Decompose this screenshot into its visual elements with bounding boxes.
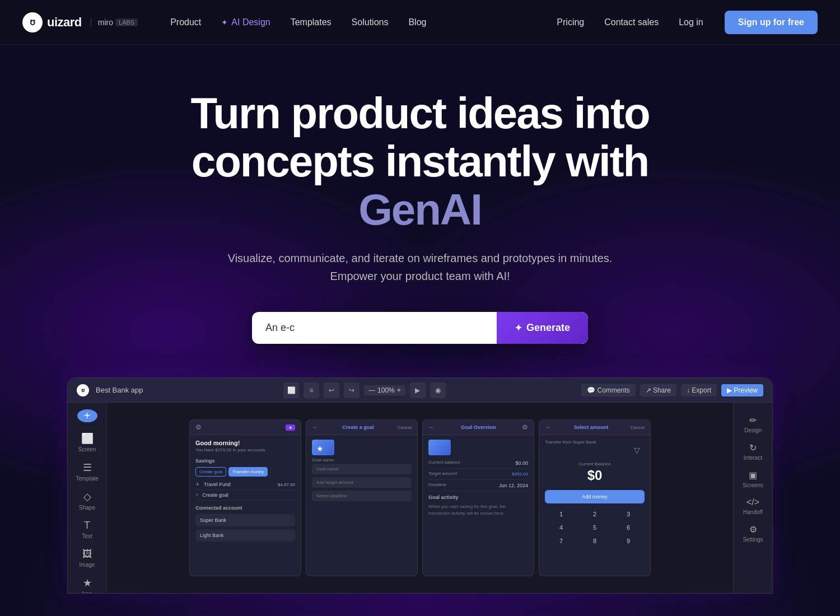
- num-8[interactable]: 8: [578, 535, 611, 547]
- screen-goal-body: ★ Goal name Goal name Add target amount …: [306, 435, 417, 508]
- topbar-undo-icon[interactable]: ↩: [324, 382, 339, 398]
- goal-amount-input[interactable]: Add target amount: [312, 477, 412, 488]
- goal-deadline-input[interactable]: Select deadline: [312, 491, 412, 501]
- nav-ai-design[interactable]: ✦ AI Design: [213, 13, 278, 32]
- screen-home[interactable]: ⚙ ● Good morning! You have $378.00 in yo…: [189, 419, 301, 576]
- screen-create-goal[interactable]: ← Create a goal Cancel ★ Goal name Goal …: [306, 419, 418, 576]
- screen-amount-body: Transfer from Super Bank ▽ Current Balan…: [539, 435, 650, 552]
- text-icon: T: [84, 520, 90, 531]
- num-5[interactable]: 5: [578, 521, 611, 534]
- sidebar-shape[interactable]: ◇ Shape: [71, 487, 104, 514]
- topbar-layers-icon[interactable]: ≡: [304, 382, 319, 398]
- deadline-row: Deadline Jun 12, 2024: [428, 480, 528, 491]
- interact-icon: ↻: [749, 442, 757, 453]
- create-goal-item[interactable]: + Create goal: [195, 490, 295, 501]
- screen-select-amount[interactable]: ← Select amount Cancel Transfer from Sup…: [539, 419, 651, 576]
- nav-pricing[interactable]: Pricing: [549, 13, 592, 32]
- app-right-panel: ✏ Design ↻ Interact ▣ Screens </> Handof…: [733, 403, 772, 593]
- goal-cancel[interactable]: Cancel: [398, 425, 412, 430]
- amount-cancel[interactable]: Cancel: [631, 425, 645, 430]
- home-back-icon: ⚙: [195, 423, 202, 431]
- sidebar-image[interactable]: 🖼 Image: [71, 545, 104, 571]
- balance-amount: $0: [545, 468, 645, 483]
- target-row: Target amount $950.00: [428, 469, 528, 480]
- ai-star-icon: ✦: [221, 18, 228, 27]
- template-label: Template: [76, 475, 99, 482]
- zoom-minus[interactable]: —: [368, 386, 375, 394]
- zoom-controls[interactable]: — 100% +: [364, 385, 405, 395]
- rp-screens[interactable]: ▣ Screens: [736, 466, 771, 492]
- export-button[interactable]: ↓ Export: [681, 384, 717, 396]
- num-1[interactable]: 1: [545, 508, 577, 520]
- current-balance-label: Current Balance: [545, 461, 645, 466]
- template-icon: ☰: [83, 461, 92, 474]
- signup-button[interactable]: Sign up for free: [725, 11, 818, 34]
- topbar-frame-icon[interactable]: ⬜: [283, 382, 299, 398]
- login-button[interactable]: Log in: [671, 13, 711, 32]
- comments-button[interactable]: 💬 Comments: [581, 384, 635, 396]
- rp-interact[interactable]: ↻ Interact: [736, 439, 771, 464]
- zoom-plus[interactable]: +: [397, 386, 401, 394]
- num-3[interactable]: 3: [612, 508, 645, 520]
- hero-prompt-input[interactable]: [252, 312, 497, 344]
- rp-settings[interactable]: ⚙ Settings: [736, 521, 771, 546]
- goal-name-input[interactable]: Goal name: [312, 464, 412, 474]
- settings-label: Settings: [743, 536, 763, 543]
- topbar-record-icon[interactable]: ◉: [430, 382, 446, 398]
- activity-label: Goal activity: [428, 494, 528, 500]
- rp-handoff[interactable]: </> Handoff: [736, 494, 771, 519]
- num-9[interactable]: 9: [612, 535, 645, 547]
- design-icon: ✏: [749, 415, 757, 426]
- filter-icon[interactable]: ▽: [634, 446, 640, 455]
- super-bank-card: Super Bank: [195, 514, 295, 526]
- topbar-redo-icon[interactable]: ↪: [344, 382, 360, 398]
- num-2[interactable]: 2: [578, 508, 611, 520]
- hero-title-highlight: GenAI: [358, 185, 482, 234]
- interact-label: Interact: [744, 455, 762, 461]
- sidebar-template[interactable]: ☰ Template: [71, 458, 104, 485]
- preview-button[interactable]: ▶ Preview: [721, 384, 763, 396]
- screen-goal-header: ← Create a goal Cancel: [306, 420, 417, 435]
- travel-fund-item: ✈ Travel Fund $4,97.00: [195, 479, 295, 490]
- share-button[interactable]: ↗ Share: [640, 384, 676, 396]
- light-bank-row: Light Bank: [200, 533, 291, 538]
- target-value: $950.00: [512, 472, 528, 477]
- screen-home-header: ⚙ ●: [190, 420, 301, 435]
- nav-contact[interactable]: Contact sales: [596, 13, 666, 32]
- savings-label: Savings: [195, 458, 295, 464]
- generate-button[interactable]: ✦ Generate: [497, 312, 588, 344]
- num-6[interactable]: 6: [612, 521, 645, 534]
- nav-left: ʊ uizard miro LABS Product ✦ AI Design T…: [22, 12, 434, 32]
- nav-product[interactable]: Product: [162, 13, 209, 32]
- num-4[interactable]: 4: [545, 521, 577, 534]
- app-topbar: ʊ Best Bank app ⬜ ≡ ↩ ↪ — 100% + ▶ ◉: [68, 378, 772, 403]
- app-logo-small: ʊ: [77, 384, 89, 396]
- project-name: Best Bank app: [96, 386, 143, 394]
- add-money-button[interactable]: Add money: [545, 490, 645, 503]
- deadline-label: Deadline: [428, 482, 446, 487]
- nav-templates[interactable]: Templates: [283, 13, 339, 32]
- num-7[interactable]: 7: [545, 535, 577, 547]
- super-bank-name: Super Bank: [200, 517, 226, 523]
- overview-settings-icon[interactable]: ⚙: [522, 423, 528, 431]
- sidebar-icon[interactable]: ★ Icon: [71, 573, 104, 594]
- image-label: Image: [80, 562, 95, 568]
- screen-goal-overview[interactable]: ← Goal Overview ⚙ Current balance $0.00: [422, 419, 534, 576]
- topbar-play-icon[interactable]: ▶: [410, 382, 426, 398]
- handoff-icon: </>: [746, 497, 759, 507]
- icon-label: Icon: [82, 591, 92, 594]
- nav-blog[interactable]: Blog: [400, 13, 434, 32]
- uizard-logo[interactable]: ʊ uizard: [22, 12, 82, 32]
- amount-title: Select amount: [574, 424, 609, 430]
- greeting-text: Good morning!: [195, 440, 295, 446]
- sidebar-screen[interactable]: ⬜ Screen: [71, 429, 104, 456]
- nav-solutions[interactable]: Solutions: [344, 13, 396, 32]
- hero-title-line1: Turn product ideas into: [190, 88, 649, 138]
- add-screen-button[interactable]: +: [77, 409, 97, 422]
- goal-back-icon: ←: [312, 423, 319, 431]
- transfer-money-btn[interactable]: Transfer money: [228, 467, 268, 477]
- rp-design[interactable]: ✏ Design: [736, 412, 771, 437]
- sidebar-text[interactable]: T Text: [71, 516, 104, 543]
- create-goal-btn[interactable]: Create goal: [195, 467, 226, 477]
- overview-title: Goal Overview: [461, 424, 496, 430]
